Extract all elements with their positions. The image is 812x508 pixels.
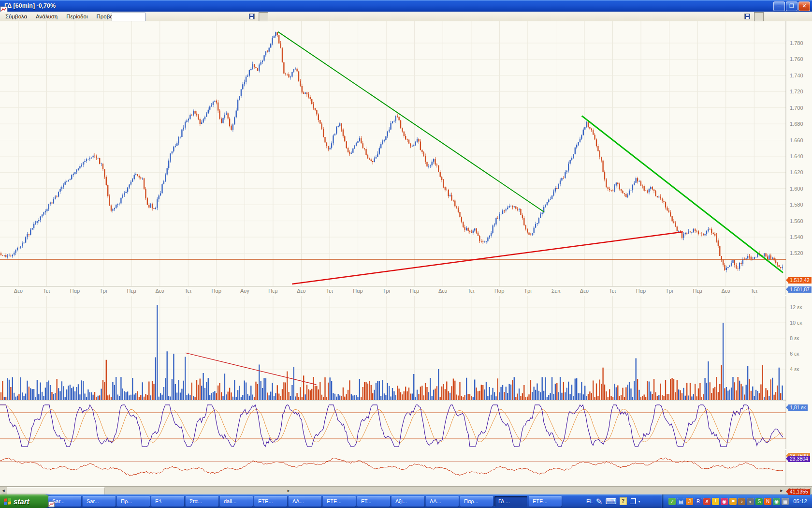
volume-axis-tick: 10 εκ xyxy=(790,320,802,326)
taskbar-button-14[interactable]: ΓΔ ... xyxy=(494,496,527,507)
taskbar-button-2[interactable]: Sar... xyxy=(83,496,116,507)
date-axis-label: Δευ xyxy=(722,288,730,294)
crosshair-tool-icon[interactable] xyxy=(754,12,764,21)
close-button[interactable]: ✕ xyxy=(798,1,810,11)
scrollbar-thumb[interactable] xyxy=(7,487,105,495)
price-axis-tick: 1.680 xyxy=(790,121,803,127)
help-icon[interactable]: ? xyxy=(620,497,627,505)
language-indicator[interactable]: EL xyxy=(586,498,593,504)
restore-button[interactable]: ❐ xyxy=(786,1,798,11)
magenta-ball-icon[interactable]: ◉ xyxy=(721,498,728,505)
taskbar-button-15[interactable]: ΕΤΕ... xyxy=(529,496,562,507)
grid-tool-icon[interactable] xyxy=(290,13,299,21)
taskbar-button-9[interactable]: ΕΤΕ... xyxy=(323,496,356,507)
save-tool-icon[interactable] xyxy=(806,13,812,21)
date-axis-label: Τετ xyxy=(43,288,50,294)
language-bar: EL ✎ ⌨ ? ▾ xyxy=(586,494,640,508)
date-axis-label: Τετ xyxy=(326,288,334,294)
green-s-icon[interactable]: S xyxy=(755,498,763,505)
green-eye-icon[interactable]: ◉ xyxy=(773,498,780,505)
orange-flag-icon[interactable]: ⚑ xyxy=(729,498,737,505)
scroll-range-marker-icon[interactable]: ▸ xyxy=(285,487,292,494)
volume-axis-tick: 8 εκ xyxy=(790,335,799,341)
price-axis-tick: 1.760 xyxy=(790,56,803,62)
start-button[interactable]: start xyxy=(0,494,50,508)
taskbar-button-11[interactable]: Αξι... xyxy=(392,496,424,507)
date-axis-label: Δευ xyxy=(297,288,305,294)
date-axis-label: Πεμ xyxy=(268,288,277,294)
price-axis-tick: 1.560 xyxy=(790,218,803,224)
price-axis-tick: 1.780 xyxy=(790,40,803,46)
taskbar-button-12[interactable]: ΑΛ... xyxy=(426,496,459,507)
taskbar-button-4[interactable]: F:\ xyxy=(151,496,184,507)
price-axis-tick: 1.740 xyxy=(790,73,803,78)
taskbar: start Sar...Sar...eΠρ...F:\eΣτα...Wdail.… xyxy=(0,494,812,508)
price-axis-tick: 1.580 xyxy=(790,202,803,208)
volume-chart: 12 εκ10 εκ8 εκ6 εκ4 εκ xyxy=(0,296,812,402)
menu-symbols[interactable]: Σύμβολα xyxy=(1,13,31,20)
windows-logo-icon xyxy=(4,498,11,505)
price-axis-tick: 1.660 xyxy=(790,137,803,143)
date-axis-label: Δευ xyxy=(14,288,23,294)
menubar: ΣύμβολαΑνάλυσηΠερίοδοιΠροβολή xyxy=(0,12,812,22)
taskbar-button-10[interactable]: FT... xyxy=(357,496,390,507)
price-axis-tick: 1.700 xyxy=(790,105,803,111)
window-titlebar: ΓΔ [60min] -0,70% ─ ❐ ✕ xyxy=(0,0,812,12)
grid-tool-icon[interactable] xyxy=(785,13,794,21)
keyboard-icon[interactable]: ⌨ xyxy=(605,497,616,506)
blue-r-icon[interactable]: R xyxy=(695,498,702,505)
date-axis-label: Τετ xyxy=(185,288,192,294)
date-axis-label: Παρ xyxy=(353,288,363,294)
language-bar-restore-icon[interactable] xyxy=(630,499,636,504)
menu-analysis[interactable]: Ανάλυση xyxy=(31,13,62,20)
trendline-tool-icon[interactable] xyxy=(775,13,784,21)
rsi-chart xyxy=(0,450,812,485)
horizontal-scrollbar[interactable]: ◄ ▸ ► − + ↔ xyxy=(0,486,812,495)
symbol-input[interactable] xyxy=(112,13,145,21)
date-axis-label: Δευ xyxy=(438,288,447,294)
date-axis-label: Τετ xyxy=(467,288,475,294)
taskbar-button-8[interactable]: ΑΛ... xyxy=(289,496,321,507)
chart-tool-icon[interactable] xyxy=(300,13,309,21)
scroll-right-icon[interactable]: ► xyxy=(778,487,785,494)
media-icon[interactable]: ♪ xyxy=(738,498,745,505)
price-axis-tick: 1.620 xyxy=(790,169,803,175)
date-axis-label: Τρι xyxy=(524,288,532,294)
date-axis-label: Δευ xyxy=(156,288,164,294)
rectangle-tool-icon[interactable] xyxy=(765,13,774,21)
save-tool-icon[interactable] xyxy=(310,13,319,21)
gray-ball-icon[interactable]: ◐ xyxy=(747,498,754,505)
chart-tool-icon[interactable] xyxy=(796,13,804,21)
minimize-button[interactable]: ─ xyxy=(773,1,785,11)
java-icon[interactable]: J xyxy=(686,498,693,505)
rectangle-tool-icon[interactable] xyxy=(270,13,278,21)
date-axis-label: Αυγ xyxy=(240,288,249,294)
pen-icon[interactable]: ✎ xyxy=(596,497,602,506)
menu-periods[interactable]: Περίοδοι xyxy=(62,13,92,20)
rsi-badge: 41,1355 xyxy=(788,489,810,495)
security-shield-icon[interactable]: ! xyxy=(712,498,719,505)
taskbar-button-3[interactable]: eΠρ... xyxy=(117,496,150,507)
taskbar-button-7[interactable]: ΕΤΕ... xyxy=(254,496,287,507)
trendline-tool-icon[interactable] xyxy=(280,13,289,21)
taskbar-button-5[interactable]: eΣτα... xyxy=(186,496,218,507)
chart-area: Πεμ 23 Σεπ 17 1.501,87 ΓΔ -10,55 -0,7% 1… xyxy=(0,21,812,486)
scroll-left-icon[interactable]: ◄ xyxy=(0,487,7,494)
blue-window-icon[interactable]: ▤ xyxy=(677,498,684,505)
application-window: ΓΔ [60min] -0,70% ─ ❐ ✕ ΣύμβολαΑνάλυσηΠε… xyxy=(0,0,812,508)
stochastic-chart xyxy=(0,403,812,449)
date-axis-label: Τετ xyxy=(609,288,616,294)
taskbar-clock: 05:12 xyxy=(793,498,807,504)
red-cross-icon[interactable]: ✗ xyxy=(703,498,710,505)
language-bar-expand-icon[interactable]: ▾ xyxy=(638,499,640,504)
date-axis-label: Τετ xyxy=(751,288,758,294)
window-title: ΓΔ [60min] -0,70% xyxy=(4,2,56,9)
crosshair-tool-icon[interactable] xyxy=(259,12,268,21)
gray-grid-icon[interactable]: ▦ xyxy=(782,498,789,505)
price-chart: 1.7801.7601.7401.7201.7001.6801.6601.640… xyxy=(0,21,812,295)
orange-n-icon[interactable]: N xyxy=(764,498,771,505)
last-price-badge: 1.501,87 xyxy=(788,286,812,293)
green-utility-icon[interactable]: ✓ xyxy=(668,498,676,505)
taskbar-button-13[interactable]: Παρ... xyxy=(460,496,493,507)
taskbar-button-6[interactable]: Wdail... xyxy=(220,496,253,507)
